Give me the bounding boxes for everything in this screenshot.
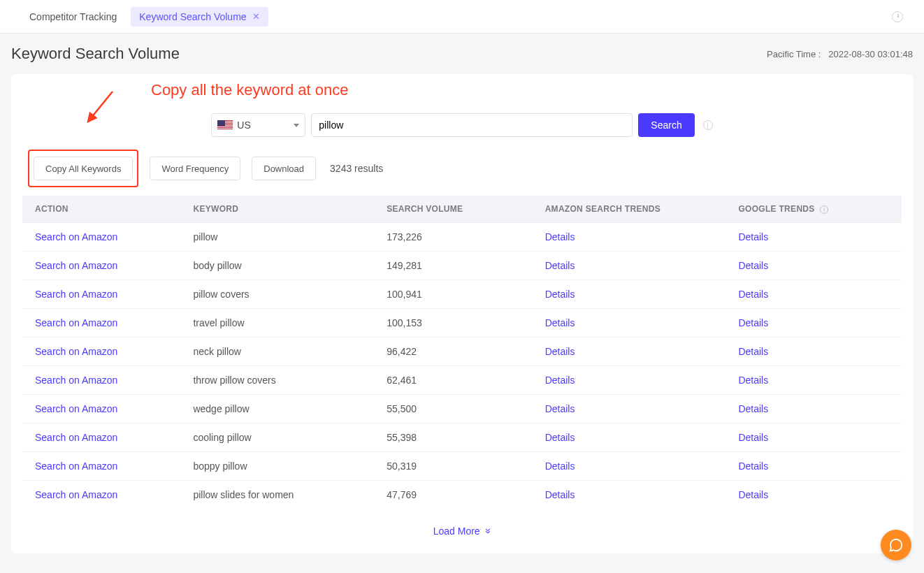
amazon-trends-details-link[interactable]: Details bbox=[545, 346, 575, 357]
google-trends-details-link[interactable]: Details bbox=[738, 489, 768, 500]
tab-competitor-tracking[interactable]: Competitor Tracking bbox=[21, 7, 125, 27]
volume-cell: 100,941 bbox=[374, 280, 532, 309]
search-on-amazon-link[interactable]: Search on Amazon bbox=[35, 432, 117, 443]
amazon-trends-details-link[interactable]: Details bbox=[545, 289, 575, 300]
search-on-amazon-link[interactable]: Search on Amazon bbox=[35, 375, 117, 386]
keyword-cell: body pillow bbox=[180, 252, 374, 280]
tab-label: Keyword Search Volume bbox=[139, 11, 246, 22]
search-on-amazon-link[interactable]: Search on Amazon bbox=[35, 489, 117, 500]
google-trends-details-link[interactable]: Details bbox=[738, 432, 768, 443]
search-on-amazon-link[interactable]: Search on Amazon bbox=[35, 403, 117, 414]
toolbar: Copy All Keywords Word Frequency Downloa… bbox=[11, 137, 913, 187]
amazon-trends-details-link[interactable]: Details bbox=[545, 489, 575, 500]
col-google-trends: GOOGLE TRENDS i bbox=[726, 196, 902, 223]
volume-cell: 149,281 bbox=[374, 252, 532, 280]
volume-cell: 62,461 bbox=[374, 366, 532, 395]
amazon-trends-details-link[interactable]: Details bbox=[545, 260, 575, 271]
col-amazon-trends: AMAZON SEARCH TRENDS bbox=[533, 196, 726, 223]
table-row: Search on Amazonthrow pillow covers62,46… bbox=[22, 366, 902, 395]
google-trends-details-link[interactable]: Details bbox=[738, 346, 768, 357]
results-count: 3243 results bbox=[330, 163, 383, 174]
table-row: Search on Amazonpillow covers100,941Deta… bbox=[22, 280, 902, 309]
annotation-highlight: Copy All Keywords bbox=[28, 150, 138, 187]
col-search-volume: SEARCH VOLUME bbox=[374, 196, 532, 223]
flag-us-icon bbox=[217, 120, 233, 130]
page-title: Keyword Search Volume bbox=[11, 45, 180, 63]
table-row: Search on Amazonwedge pillow55,500Detail… bbox=[22, 395, 902, 423]
amazon-trends-details-link[interactable]: Details bbox=[545, 460, 575, 472]
volume-cell: 173,226 bbox=[374, 223, 532, 252]
volume-cell: 47,769 bbox=[374, 481, 532, 509]
table-row: Search on Amazonboppy pillow50,319Detail… bbox=[22, 452, 902, 481]
amazon-trends-details-link[interactable]: Details bbox=[545, 403, 575, 414]
table-row: Search on Amazonpillow slides for women4… bbox=[22, 481, 902, 509]
search-on-amazon-link[interactable]: Search on Amazon bbox=[35, 231, 117, 242]
page-header: Keyword Search Volume Pacific Time : 202… bbox=[0, 34, 924, 74]
google-trends-details-link[interactable]: Details bbox=[738, 231, 768, 242]
annotation-text: Copy all the keyword at once bbox=[151, 81, 349, 99]
keyword-search-input[interactable] bbox=[311, 113, 633, 137]
info-icon[interactable]: i bbox=[703, 120, 713, 130]
close-icon[interactable]: ✕ bbox=[252, 11, 260, 22]
keyword-cell: pillow covers bbox=[180, 280, 374, 309]
chat-icon bbox=[888, 537, 904, 553]
timestamp-value: 2022-08-30 03:01:48 bbox=[828, 49, 913, 59]
table-wrap: ACTION KEYWORD SEARCH VOLUME AMAZON SEAR… bbox=[11, 187, 913, 537]
keyword-cell: neck pillow bbox=[180, 338, 374, 366]
google-trends-details-link[interactable]: Details bbox=[738, 317, 768, 328]
volume-cell: 55,500 bbox=[374, 395, 532, 423]
keyword-cell: boppy pillow bbox=[180, 452, 374, 481]
word-frequency-button[interactable]: Word Frequency bbox=[150, 157, 240, 180]
main-card: Copy all the keyword at once US Search i… bbox=[11, 74, 913, 553]
region-label: US bbox=[237, 119, 250, 131]
keyword-table: ACTION KEYWORD SEARCH VOLUME AMAZON SEAR… bbox=[22, 196, 902, 509]
col-google-trends-label: GOOGLE TRENDS bbox=[738, 204, 814, 214]
volume-cell: 55,398 bbox=[374, 423, 532, 452]
col-action: ACTION bbox=[22, 196, 180, 223]
col-keyword: KEYWORD bbox=[180, 196, 374, 223]
tab-keyword-search-volume[interactable]: Keyword Search Volume ✕ bbox=[131, 7, 268, 27]
google-trends-details-link[interactable]: Details bbox=[738, 403, 768, 414]
top-tabs: Competitor Tracking Keyword Search Volum… bbox=[0, 0, 924, 34]
google-trends-details-link[interactable]: Details bbox=[738, 260, 768, 271]
table-row: Search on Amazontravel pillow100,153Deta… bbox=[22, 309, 902, 338]
chevrons-down-icon: » bbox=[482, 528, 493, 534]
download-button[interactable]: Download bbox=[252, 157, 316, 180]
amazon-trends-details-link[interactable]: Details bbox=[545, 317, 575, 328]
search-on-amazon-link[interactable]: Search on Amazon bbox=[35, 460, 117, 472]
region-select[interactable]: US bbox=[211, 113, 305, 137]
table-row: Search on Amazonneck pillow96,422Details… bbox=[22, 338, 902, 366]
table-row: Search on Amazonpillow173,226DetailsDeta… bbox=[22, 223, 902, 252]
volume-cell: 96,422 bbox=[374, 338, 532, 366]
amazon-trends-details-link[interactable]: Details bbox=[545, 432, 575, 443]
search-on-amazon-link[interactable]: Search on Amazon bbox=[35, 289, 117, 300]
search-on-amazon-link[interactable]: Search on Amazon bbox=[35, 346, 117, 357]
keyword-cell: wedge pillow bbox=[180, 395, 374, 423]
load-more-button[interactable]: Load More » bbox=[22, 509, 902, 537]
clock-icon[interactable] bbox=[892, 11, 903, 22]
search-on-amazon-link[interactable]: Search on Amazon bbox=[35, 317, 117, 328]
keyword-cell: pillow slides for women bbox=[180, 481, 374, 509]
volume-cell: 50,319 bbox=[374, 452, 532, 481]
google-trends-details-link[interactable]: Details bbox=[738, 289, 768, 300]
load-more-label: Load More bbox=[433, 525, 480, 537]
google-trends-details-link[interactable]: Details bbox=[738, 375, 768, 386]
table-row: Search on Amazonbody pillow149,281Detail… bbox=[22, 252, 902, 280]
table-row: Search on Amazoncooling pillow55,398Deta… bbox=[22, 423, 902, 452]
volume-cell: 100,153 bbox=[374, 309, 532, 338]
keyword-cell: throw pillow covers bbox=[180, 366, 374, 395]
chat-widget-button[interactable] bbox=[881, 530, 911, 560]
timestamp-label: Pacific Time : bbox=[767, 49, 821, 59]
amazon-trends-details-link[interactable]: Details bbox=[545, 375, 575, 386]
copy-all-keywords-button[interactable]: Copy All Keywords bbox=[34, 157, 133, 180]
keyword-cell: cooling pillow bbox=[180, 423, 374, 452]
amazon-trends-details-link[interactable]: Details bbox=[545, 231, 575, 242]
keyword-cell: travel pillow bbox=[180, 309, 374, 338]
info-icon[interactable]: i bbox=[820, 205, 828, 214]
chevron-down-icon bbox=[294, 124, 299, 127]
google-trends-details-link[interactable]: Details bbox=[738, 460, 768, 472]
search-row: US Search i bbox=[11, 113, 913, 137]
search-button[interactable]: Search bbox=[638, 113, 694, 137]
timestamp: Pacific Time : 2022-08-30 03:01:48 bbox=[767, 49, 913, 59]
search-on-amazon-link[interactable]: Search on Amazon bbox=[35, 260, 117, 271]
